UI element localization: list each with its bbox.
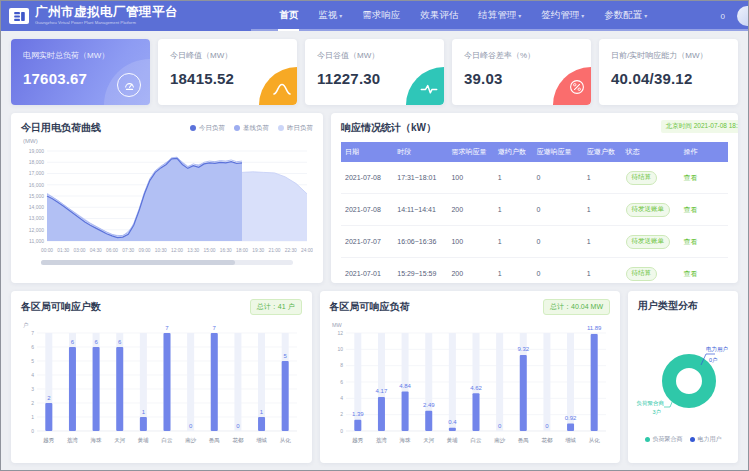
chevron-down-icon: ▾ bbox=[644, 12, 647, 19]
table-cell: 2021-07-08 bbox=[341, 162, 393, 194]
nav-item-label: 效果评估 bbox=[420, 9, 458, 22]
action-cell: 查看 bbox=[680, 258, 728, 284]
svg-text:06:00: 06:00 bbox=[106, 248, 118, 253]
legend-dot bbox=[278, 125, 284, 131]
nav-home[interactable]: 首页 bbox=[278, 1, 299, 31]
legend-item-1[interactable]: 基线负荷 bbox=[234, 124, 269, 133]
app-window: 广州市虚拟电厂管理平台 Guangzhou Virtual Power Plan… bbox=[0, 0, 749, 471]
nav-settlement[interactable]: 结算管理▾ bbox=[477, 1, 522, 31]
svg-text:荔湾: 荔湾 bbox=[375, 437, 387, 444]
app-title-block: 广州市虚拟电厂管理平台 Guangzhou Virtual Power Plan… bbox=[35, 6, 179, 26]
table-row: 2021-07-0817:31~18:01100101待结算查看 bbox=[341, 162, 728, 194]
table-cell: 0 bbox=[533, 194, 583, 226]
donut-legend-item-1[interactable]: 电力用户 bbox=[690, 435, 722, 444]
table-cell: 14:11~14:41 bbox=[393, 194, 447, 226]
table-cell: 17:31~18:01 bbox=[393, 162, 447, 194]
legend-dot bbox=[690, 437, 695, 442]
load-chart-unit: (MW) bbox=[23, 138, 313, 144]
nav-item-label: 参数配置 bbox=[604, 9, 642, 22]
svg-text:2: 2 bbox=[340, 411, 343, 417]
legend-label: 电力用户 bbox=[698, 435, 722, 444]
svg-text:从化: 从化 bbox=[588, 437, 600, 444]
users-bar-chart: 户012345672越秀6荔湾6海珠6天河1黄埔7白云0南沙7番禺0花都1增城5… bbox=[21, 319, 301, 453]
svg-text:15,000: 15,000 bbox=[29, 193, 45, 199]
svg-text:4.17: 4.17 bbox=[375, 388, 387, 394]
svg-text:12:00: 12:00 bbox=[171, 248, 183, 253]
svg-text:15:00: 15:00 bbox=[203, 248, 215, 253]
kpi-response-capability: 日前/实时响应能力（MW）40.04/39.12 bbox=[599, 39, 738, 105]
svg-text:负荷聚合商: 负荷聚合商 bbox=[637, 400, 665, 407]
nav-config[interactable]: 参数配置▾ bbox=[603, 1, 648, 31]
legend-label: 负荷聚合商 bbox=[653, 435, 683, 444]
response-table: 日期时段需求响应量邀约户数应邀响应量应邀户数状态操作2021-07-0817:3… bbox=[341, 142, 728, 283]
response-stats-panel: 响应情况统计（kW） 北京时间 2021-07-08 18:18 日期时段需求响… bbox=[331, 113, 738, 283]
status-cell: 待结算 bbox=[622, 258, 680, 284]
gauge-icon bbox=[117, 73, 141, 97]
svg-text:7: 7 bbox=[213, 325, 217, 331]
main-nav: 首页监视▾需求响应效果评估结算管理▾签约管理▾参数配置▾ bbox=[269, 1, 657, 31]
svg-text:18:00: 18:00 bbox=[236, 248, 248, 253]
view-link[interactable]: 查看 bbox=[684, 206, 698, 213]
svg-text:海珠: 海珠 bbox=[399, 437, 411, 444]
svg-text:越秀: 越秀 bbox=[352, 437, 364, 444]
donut-legend-item-0[interactable]: 负荷聚合商 bbox=[645, 435, 683, 444]
chart-zoom-slider[interactable] bbox=[41, 260, 292, 265]
kpi-realtime-total-load: 电网实时总负荷（MW）17603.67 bbox=[11, 39, 150, 105]
load-chart-legend: 今日负荷基线负荷昨日负荷 bbox=[190, 124, 313, 133]
svg-text:0.92: 0.92 bbox=[564, 415, 576, 421]
table-row: 2021-07-0716:06~16:36100101待发送账单查看 bbox=[341, 226, 728, 258]
table-cell: 0 bbox=[533, 162, 583, 194]
status-badge: 待结算 bbox=[626, 267, 658, 281]
svg-text:黄埔: 黄埔 bbox=[446, 437, 458, 443]
view-link[interactable]: 查看 bbox=[684, 174, 698, 181]
svg-text:5: 5 bbox=[31, 358, 34, 364]
app-title: 广州市虚拟电厂管理平台 bbox=[35, 6, 179, 19]
svg-text:00:00: 00:00 bbox=[41, 248, 53, 253]
table-col-header: 日期 bbox=[341, 142, 393, 162]
svg-text:花都: 花都 bbox=[232, 437, 244, 444]
nav-monitor[interactable]: 监视▾ bbox=[317, 1, 343, 31]
svg-text:01:30: 01:30 bbox=[57, 248, 69, 253]
svg-text:14,000: 14,000 bbox=[29, 204, 45, 210]
svg-text:0户: 0户 bbox=[709, 357, 718, 363]
svg-text:花都: 花都 bbox=[541, 437, 553, 444]
notification-count[interactable]: 0 bbox=[721, 12, 725, 21]
table-cell: 1 bbox=[494, 194, 533, 226]
svg-text:增城: 增城 bbox=[565, 437, 577, 443]
load-curve-title: 今日用电负荷曲线 bbox=[21, 121, 101, 135]
nav-item-label: 首页 bbox=[279, 9, 298, 22]
table-cell: 16:06~16:36 bbox=[393, 226, 447, 258]
legend-item-2[interactable]: 昨日负荷 bbox=[278, 124, 313, 133]
table-cell: 100 bbox=[447, 226, 493, 258]
legend-item-0[interactable]: 今日负荷 bbox=[190, 124, 225, 133]
table-cell: 0 bbox=[533, 258, 583, 284]
peak-curve-icon bbox=[273, 81, 291, 99]
action-cell: 查看 bbox=[680, 194, 728, 226]
nav-contract[interactable]: 签约管理▾ bbox=[540, 1, 585, 31]
user-type-panel: 用户类型分布 电力用户0户负荷聚合商3户 负荷聚合商电力用户 bbox=[628, 291, 738, 463]
legend-label: 昨日负荷 bbox=[287, 124, 313, 133]
table-cell: 2021-07-07 bbox=[341, 226, 393, 258]
kpi-label: 电网实时总负荷（MW） bbox=[23, 50, 138, 61]
view-link[interactable]: 查看 bbox=[684, 270, 698, 277]
nav-evaluation[interactable]: 效果评估 bbox=[419, 1, 459, 31]
svg-text:增城: 增城 bbox=[256, 437, 268, 443]
legend-label: 今日负荷 bbox=[199, 124, 225, 133]
svg-text:17,000: 17,000 bbox=[29, 170, 45, 176]
table-cell: 100 bbox=[447, 162, 493, 194]
chart-zoom-handle[interactable] bbox=[41, 260, 234, 265]
nav-demand-response[interactable]: 需求响应 bbox=[361, 1, 401, 31]
load-curve-panel: 今日用电负荷曲线 今日负荷基线负荷昨日负荷 (MW) 11,00012,0001… bbox=[11, 113, 323, 283]
svg-text:番禺: 番禺 bbox=[517, 437, 528, 444]
svg-text:7: 7 bbox=[165, 325, 169, 331]
table-col-header: 时段 bbox=[393, 142, 447, 162]
nav-item-label: 监视 bbox=[318, 9, 337, 22]
table-col-header: 状态 bbox=[622, 142, 680, 162]
svg-text:19,000: 19,000 bbox=[29, 148, 45, 154]
view-link[interactable]: 查看 bbox=[684, 238, 698, 245]
user-avatar[interactable] bbox=[737, 6, 749, 26]
svg-text:MW: MW bbox=[332, 322, 343, 328]
svg-text:3: 3 bbox=[31, 386, 34, 392]
svg-text:16:30: 16:30 bbox=[220, 248, 232, 253]
dashboard-content: 电网实时总负荷（MW）17603.67今日峰值（MW）18415.52今日谷值（… bbox=[1, 31, 748, 463]
